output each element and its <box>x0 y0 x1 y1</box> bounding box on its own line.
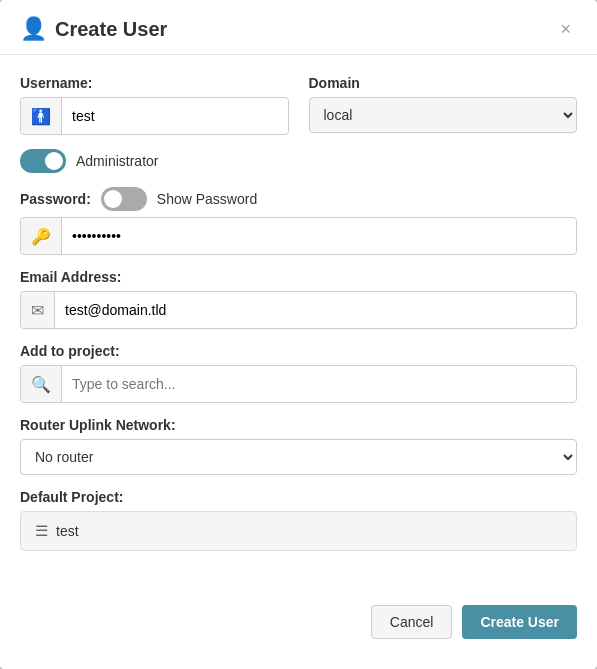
password-icon: 🔑 <box>21 218 62 254</box>
show-password-label: Show Password <box>157 191 257 207</box>
password-input-wrapper: 🔑 <box>20 217 577 255</box>
username-input[interactable] <box>62 100 288 132</box>
dialog-title: 👤 Create User <box>20 16 167 42</box>
default-project-label: Default Project: <box>20 489 577 505</box>
router-uplink-section: Router Uplink Network: No router <box>20 417 577 475</box>
email-label: Email Address: <box>20 269 577 285</box>
close-button[interactable]: × <box>554 18 577 40</box>
email-input-wrapper: ✉ <box>20 291 577 329</box>
project-search-wrapper: 🔍 <box>20 365 577 403</box>
cancel-button[interactable]: Cancel <box>371 605 453 639</box>
administrator-toggle-row: Administrator <box>20 149 577 173</box>
default-project-section: Default Project: ☰ test <box>20 489 577 551</box>
administrator-label: Administrator <box>76 153 158 169</box>
administrator-slider <box>20 149 66 173</box>
email-section: Email Address: ✉ <box>20 269 577 329</box>
domain-select[interactable]: local ldap ad <box>309 97 578 133</box>
default-project-box: ☰ test <box>20 511 577 551</box>
router-uplink-select[interactable]: No router <box>20 439 577 475</box>
username-field-group: Username: 🚹 <box>20 75 289 135</box>
dialog-header: 👤 Create User × <box>0 0 597 55</box>
domain-label: Domain <box>309 75 578 91</box>
password-label-row: Password: Show Password <box>20 187 577 211</box>
administrator-toggle[interactable] <box>20 149 66 173</box>
password-label: Password: <box>20 191 91 207</box>
user-icon: 👤 <box>20 16 47 42</box>
username-input-wrapper: 🚹 <box>20 97 289 135</box>
create-user-button[interactable]: Create User <box>462 605 577 639</box>
search-icon: 🔍 <box>21 366 62 402</box>
dialog-body: Username: 🚹 Domain local ldap ad <box>0 55 597 575</box>
username-label: Username: <box>20 75 289 91</box>
show-password-toggle[interactable] <box>101 187 147 211</box>
dialog-title-text: Create User <box>55 18 167 41</box>
person-icon: 🚹 <box>21 98 62 134</box>
dialog-footer: Cancel Create User <box>0 585 597 659</box>
default-project-value: test <box>56 523 79 539</box>
project-search-section: Add to project: 🔍 <box>20 343 577 403</box>
username-domain-row: Username: 🚹 Domain local ldap ad <box>20 75 577 135</box>
show-password-slider <box>101 187 147 211</box>
password-input[interactable] <box>62 220 576 252</box>
router-uplink-label: Router Uplink Network: <box>20 417 577 433</box>
email-input[interactable] <box>55 294 576 326</box>
project-search-label: Add to project: <box>20 343 577 359</box>
create-user-dialog: 👤 Create User × Username: 🚹 Domain local… <box>0 0 597 669</box>
password-section: Password: Show Password 🔑 <box>20 187 577 255</box>
project-search-input[interactable] <box>62 368 576 400</box>
project-icon: ☰ <box>35 522 48 540</box>
email-icon: ✉ <box>21 292 55 328</box>
domain-field-group: Domain local ldap ad <box>309 75 578 135</box>
